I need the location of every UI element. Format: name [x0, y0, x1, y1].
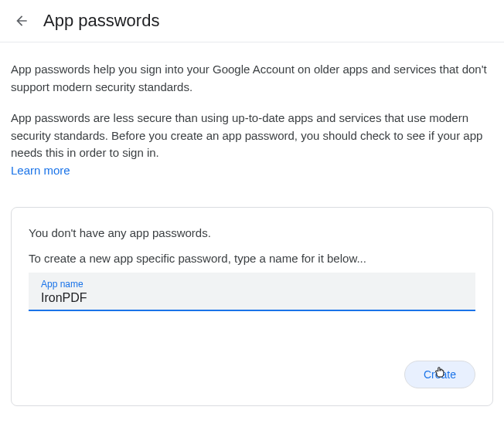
app-passwords-card: You don't have any app passwords. To cre… [11, 207, 493, 406]
header: App passwords [0, 0, 504, 42]
create-button-label: Create [424, 368, 456, 381]
back-arrow-icon[interactable] [12, 12, 31, 30]
app-name-input-container[interactable]: App name [29, 273, 475, 311]
page-title: App passwords [43, 11, 159, 31]
description-text-2: App passwords are less secure than using… [11, 111, 482, 159]
content-area: App passwords help you sign into your Go… [0, 42, 504, 406]
empty-state-text: You don't have any app passwords. [29, 226, 475, 239]
instruction-text: To create a new app specific password, t… [29, 252, 475, 265]
learn-more-link[interactable]: Learn more [11, 164, 70, 177]
description-para-1: App passwords help you sign into your Go… [11, 61, 493, 96]
description-para-2: App passwords are less secure than using… [11, 110, 493, 179]
app-name-label: App name [41, 279, 463, 290]
button-row: Create [29, 361, 475, 388]
app-name-input[interactable] [41, 291, 463, 305]
create-button[interactable]: Create [404, 361, 475, 388]
